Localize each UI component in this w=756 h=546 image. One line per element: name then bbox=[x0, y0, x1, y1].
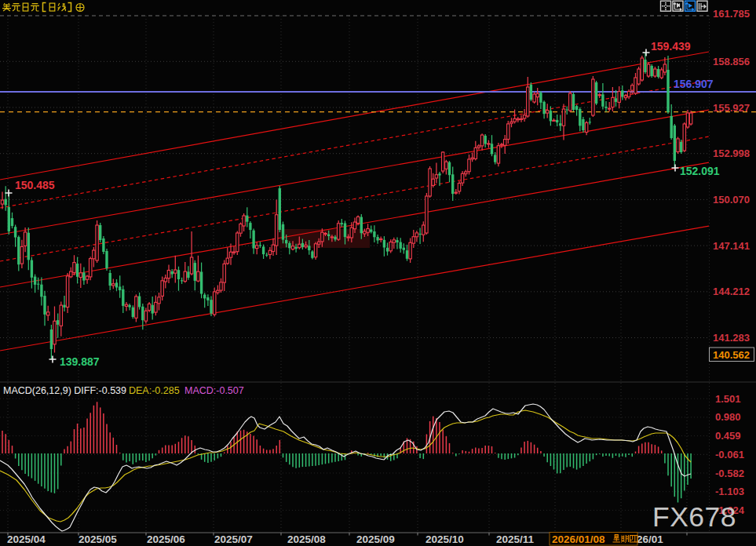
svg-text:2025/05: 2025/05 bbox=[79, 533, 117, 545]
svg-text:2025/06: 2025/06 bbox=[147, 533, 185, 545]
svg-text:FX678: FX678 bbox=[652, 501, 736, 533]
svg-text:152.998: 152.998 bbox=[713, 147, 750, 159]
svg-text:150.485: 150.485 bbox=[15, 179, 55, 191]
svg-text:158.856: 158.856 bbox=[713, 56, 750, 67]
svg-text:MACD:-0.507: MACD:-0.507 bbox=[184, 385, 244, 396]
svg-text:155.927: 155.927 bbox=[713, 102, 750, 114]
svg-text:0.980: 0.980 bbox=[715, 411, 741, 423]
svg-text:-0.582: -0.582 bbox=[715, 468, 744, 479]
svg-text:161.785: 161.785 bbox=[713, 8, 750, 20]
svg-text:-0.061: -0.061 bbox=[715, 449, 744, 460]
svg-text:MACD(26,12,9) DIFF:-0.539: MACD(26,12,9) DIFF:-0.539 bbox=[3, 385, 126, 396]
svg-text:150.070: 150.070 bbox=[713, 194, 750, 206]
svg-text:2025/04: 2025/04 bbox=[7, 533, 46, 545]
svg-text:2025/07: 2025/07 bbox=[214, 533, 253, 545]
svg-text:26/01: 26/01 bbox=[637, 533, 663, 545]
svg-text:1.501: 1.501 bbox=[715, 393, 741, 405]
svg-text:-1.103: -1.103 bbox=[715, 486, 744, 497]
svg-text:156.907: 156.907 bbox=[674, 78, 714, 90]
svg-text:139.887: 139.887 bbox=[60, 355, 100, 368]
svg-text:2026/01/08: 2026/01/08 bbox=[552, 533, 605, 545]
svg-text:144.212: 144.212 bbox=[713, 286, 750, 297]
svg-text:159.439: 159.439 bbox=[651, 40, 691, 53]
svg-text:2025/08: 2025/08 bbox=[287, 533, 326, 545]
svg-text:2025/11: 2025/11 bbox=[496, 533, 535, 545]
svg-text:152.091: 152.091 bbox=[680, 165, 720, 177]
svg-text:0.459: 0.459 bbox=[715, 430, 741, 442]
svg-text:147.141: 147.141 bbox=[713, 240, 750, 252]
svg-text:140.562: 140.562 bbox=[713, 349, 750, 361]
svg-text:2025/09: 2025/09 bbox=[356, 533, 395, 545]
svg-text:141.283: 141.283 bbox=[713, 332, 750, 344]
svg-text:DEA:-0.285: DEA:-0.285 bbox=[129, 385, 180, 396]
svg-text:2025/10: 2025/10 bbox=[425, 533, 464, 545]
